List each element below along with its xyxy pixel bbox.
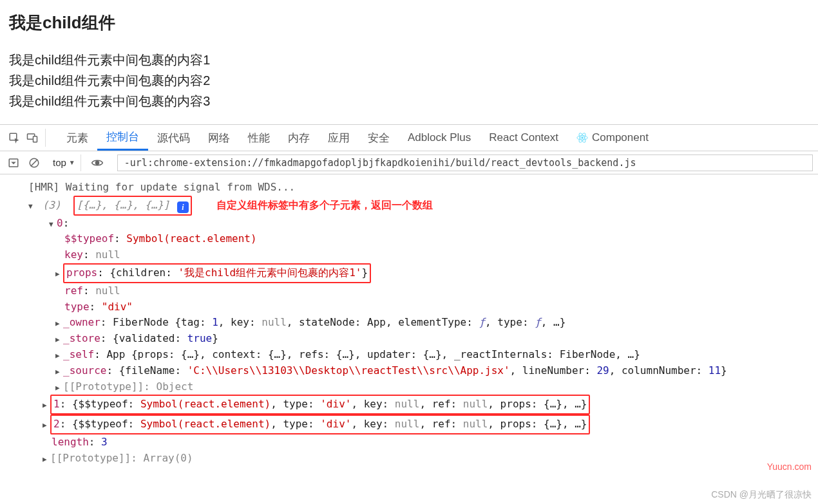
inspect-element-icon[interactable] xyxy=(5,129,23,147)
array-summary[interactable]: ▼ (3) [{…}, {…}, {…}] i 自定义组件标签中有多个子元素，返… xyxy=(4,196,818,216)
tab-network[interactable]: 网络 xyxy=(199,125,239,151)
page-line-3: 我是child组件元素中间包裹的内容3 xyxy=(9,91,809,111)
device-toolbar-icon[interactable] xyxy=(23,129,41,147)
length-row[interactable]: length: 3 xyxy=(4,434,818,451)
tab-performance[interactable]: 性能 xyxy=(239,125,279,151)
self-row[interactable]: ▶_self: App {props: {…}, context: {…}, r… xyxy=(4,347,818,363)
index-1[interactable]: ▶1: {$$typeof: Symbol(react.element), ty… xyxy=(4,395,818,415)
index-2[interactable]: ▶2: {$$typeof: Symbol(react.element), ty… xyxy=(4,415,818,434)
typeof-row[interactable]: $$typeof: Symbol(react.element) xyxy=(4,231,818,247)
key-row[interactable]: key: null xyxy=(4,247,818,263)
console-output: [HMR] Waiting for update signal from WDS… xyxy=(0,174,818,471)
context-selector[interactable]: top ▼ xyxy=(50,154,81,171)
proto-outer[interactable]: ▶[[Prototype]]: Array(0) xyxy=(4,451,818,467)
svg-point-10 xyxy=(95,161,99,164)
type-row[interactable]: type: "div" xyxy=(4,299,818,315)
expand-icon[interactable]: ▶ xyxy=(55,268,63,279)
context-value: top xyxy=(53,157,66,168)
tab-elements[interactable]: 元素 xyxy=(57,125,97,151)
clear-console-icon[interactable] xyxy=(26,154,43,171)
react-logo-icon xyxy=(576,132,588,144)
devtools-tabbar: 元素 控制台 源代码 网络 性能 内存 应用 安全 Adblock Plus R… xyxy=(0,124,818,151)
svg-rect-2 xyxy=(33,136,37,142)
tab-components-label: Component xyxy=(592,131,649,144)
props-row[interactable]: ▶props: {children: '我是child组件元素中间包裹的内容1'… xyxy=(4,263,818,283)
tab-sources[interactable]: 源代码 xyxy=(148,125,199,151)
source-row[interactable]: ▶_source: {fileName: 'C:\\Users\\13103\\… xyxy=(4,363,818,379)
page-title: 我是child组件 xyxy=(9,12,809,34)
svg-point-3 xyxy=(581,136,583,138)
svg-line-9 xyxy=(31,159,38,166)
sidebar-toggle-icon[interactable] xyxy=(5,154,22,171)
tab-components[interactable]: Component xyxy=(567,125,658,151)
tab-adblock[interactable]: Adblock Plus xyxy=(399,125,480,151)
page-line-2: 我是child组件元素中间包裹的内容2 xyxy=(9,70,809,91)
store-row[interactable]: ▶_store: {validated: true} xyxy=(4,331,818,347)
annotation-text: 自定义组件标签中有多个子元素，返回一个数组 xyxy=(216,200,433,210)
expand-icon[interactable]: ▼ xyxy=(28,201,36,212)
array-length: (3) xyxy=(43,199,61,211)
tab-react-context[interactable]: React Context xyxy=(480,125,567,151)
tab-console[interactable]: 控制台 xyxy=(97,125,148,151)
tab-application[interactable]: 应用 xyxy=(319,125,359,151)
index-0[interactable]: ▼0: xyxy=(4,216,818,232)
hmr-log: [HMR] Waiting for update signal from WDS… xyxy=(4,180,818,196)
array-preview: [{…}, {…}, {…}] xyxy=(77,199,170,211)
owner-row[interactable]: ▶_owner: FiberNode {tag: 1, key: null, s… xyxy=(4,315,818,331)
chevron-down-icon: ▼ xyxy=(69,159,75,166)
proto-inner[interactable]: ▶[[Prototype]]: Object xyxy=(4,379,818,395)
expand-icon[interactable]: ▼ xyxy=(49,219,57,230)
console-filter-input[interactable] xyxy=(117,154,813,171)
tab-memory[interactable]: 内存 xyxy=(279,125,319,151)
ref-row[interactable]: ref: null xyxy=(4,283,818,299)
tab-security[interactable]: 安全 xyxy=(359,125,399,151)
live-expression-icon[interactable] xyxy=(89,154,106,171)
info-icon[interactable]: i xyxy=(177,201,189,213)
watermark-1: Yuucn.com xyxy=(767,462,812,471)
page-line-1: 我是child组件元素中间包裹的内容1 xyxy=(9,50,809,70)
console-toolbar: top ▼ xyxy=(0,151,818,174)
